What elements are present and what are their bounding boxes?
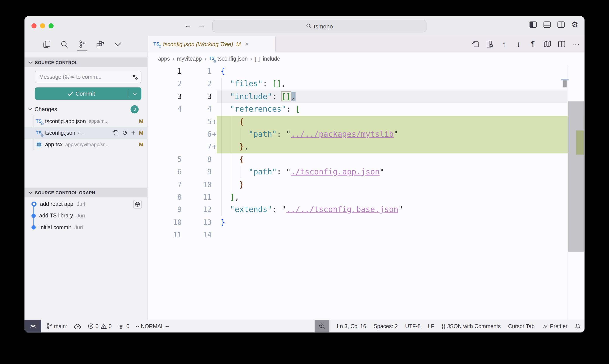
file-actions: ↺+: [113, 129, 136, 137]
cursor-position-item[interactable]: Ln 3, Col 16: [337, 323, 366, 329]
source-control-graph-header-label: SOURCE CONTROL GRAPH: [35, 190, 95, 195]
branch-status-item[interactable]: main*: [46, 323, 68, 329]
language-mode-item[interactable]: {} JSON with Comments: [442, 323, 501, 329]
publish-status-item[interactable]: [74, 323, 82, 329]
screencast-zoom-indicator[interactable]: [315, 320, 329, 333]
code-line[interactable]: 33 "include": [],: [148, 90, 584, 103]
zoom-window-button[interactable]: [49, 23, 54, 28]
gear-icon[interactable]: ⚙: [570, 20, 579, 29]
new-line-number: 14: [182, 228, 212, 241]
new-line-number: 2: [182, 78, 212, 90]
branch-name: main*: [54, 323, 68, 329]
zoom-in-icon: [319, 323, 325, 329]
tab-modified-badge: M: [236, 41, 241, 47]
code-line[interactable]: 710 }: [148, 178, 584, 191]
code-area[interactable]: 11{22 "files": [],33 "include": [],44 "r…: [148, 65, 584, 320]
commit-message-input[interactable]: Message (⌘⏎ to comm...: [35, 71, 141, 83]
indentation-item[interactable]: Spaces: 2: [374, 323, 398, 329]
toolbar-row: TS⚙ tsconfig.json (Working Tree) M × ↑ ↓…: [25, 36, 584, 52]
inline-view-icon[interactable]: [486, 40, 494, 48]
code-line[interactable]: 1013}: [148, 216, 584, 229]
code-line[interactable]: 58 {: [148, 153, 584, 166]
code-line[interactable]: 69 "path": "./tsconfig.app.json": [148, 166, 584, 178]
added-line-plus: +: [212, 115, 216, 128]
breadcrumb-item[interactable]: include: [263, 56, 280, 62]
tab-tsconfig-working-tree[interactable]: TS⚙ tsconfig.json (Working Tree) M ×: [148, 36, 276, 52]
split-editor-icon[interactable]: [558, 41, 566, 47]
next-change-icon[interactable]: ↓: [515, 40, 523, 48]
vscode-window: ← → tsmono ⚙: [25, 16, 584, 333]
vertical-scrollbar[interactable]: [568, 101, 584, 252]
changes-label: Changes: [35, 106, 57, 112]
commit-row[interactable]: add TS libraryJuri: [25, 210, 147, 221]
new-line-number: 4: [182, 103, 212, 115]
toggle-secondary-sidebar-icon[interactable]: [557, 20, 565, 29]
open-file-icon[interactable]: [113, 130, 119, 136]
code-line[interactable]: 22 "files": [],: [148, 78, 584, 90]
breadcrumb-item[interactable]: myviteapp: [177, 56, 202, 62]
code-line[interactable]: 1114: [148, 228, 584, 241]
ports-status-item[interactable]: 0: [118, 323, 130, 329]
back-icon[interactable]: ←: [183, 21, 193, 29]
source-control-header[interactable]: SOURCE CONTROL: [25, 58, 147, 67]
source-control-view-icon[interactable]: [78, 36, 86, 52]
previous-change-icon[interactable]: ↑: [500, 40, 508, 48]
source-control-header-label: SOURCE CONTROL: [35, 60, 78, 65]
eol-item[interactable]: LF: [428, 323, 434, 329]
error-icon: [88, 323, 94, 329]
more-views-chevron-icon[interactable]: [114, 36, 121, 52]
toggle-panel-icon[interactable]: [543, 20, 551, 29]
overview-added-marker: [576, 130, 584, 155]
vim-mode-indicator[interactable]: -- NORMAL --: [136, 323, 169, 329]
problems-status-item[interactable]: 0 0: [88, 323, 112, 329]
code-line[interactable]: 44 "references": [: [148, 103, 584, 115]
remote-indicator[interactable]: ><: [25, 320, 41, 333]
tab-close-icon[interactable]: ×: [245, 40, 248, 48]
commit-node-icon: [31, 213, 36, 218]
activity-bar: [25, 36, 148, 52]
commit-dropdown-chevron-icon[interactable]: [128, 92, 141, 95]
notifications-item[interactable]: [575, 323, 581, 329]
source-control-graph-header[interactable]: SOURCE CONTROL GRAPH: [25, 188, 147, 197]
code-line[interactable]: 7+ },: [148, 141, 584, 153]
discard-changes-icon[interactable]: ↺: [122, 129, 128, 137]
commit-button[interactable]: Commit: [35, 87, 141, 100]
goto-current-history-item-button[interactable]: [133, 200, 142, 208]
code-line[interactable]: 6+ "path": "../../packages/mytslib": [148, 128, 584, 141]
sparkle-icon[interactable]: [132, 74, 138, 80]
commit-row[interactable]: Initial commitJuri: [25, 221, 147, 233]
code-line[interactable]: 811 ],: [148, 191, 584, 203]
encoding-item[interactable]: UTF-8: [405, 323, 420, 329]
whitespace-icon[interactable]: ¶: [529, 40, 537, 48]
breadcrumb-item[interactable]: apps: [158, 56, 170, 62]
screen: ← → tsmono ⚙: [0, 0, 609, 364]
search-view-icon[interactable]: [61, 36, 68, 52]
commit-row[interactable]: add react appJuri: [25, 198, 147, 210]
changed-file-row[interactable]: TS⚙tsconfig.jsona...↺+M: [25, 127, 147, 139]
extensions-view-icon[interactable]: [96, 36, 104, 52]
explorer-icon[interactable]: [43, 36, 51, 52]
code-line[interactable]: 11{: [148, 65, 584, 78]
code-line[interactable]: 912 "extends": "../../tsconfig.base.json…: [148, 203, 584, 216]
minimize-window-button[interactable]: [40, 23, 45, 28]
open-changes-icon[interactable]: [471, 40, 479, 48]
breadcrumbs: apps›myviteapp›TS⚙tsconfig.json›[ ]inclu…: [148, 52, 584, 65]
more-actions-icon[interactable]: ···: [572, 40, 580, 48]
stage-changes-icon[interactable]: +: [131, 129, 135, 137]
command-center-search[interactable]: tsmono: [212, 20, 426, 32]
new-line-number: 1: [182, 65, 212, 78]
code-line[interactable]: 5+ {: [148, 115, 584, 128]
changed-file-row[interactable]: app.tsxapps/myviteapp/sr...M: [25, 139, 147, 150]
modified-badge: M: [139, 118, 143, 124]
forward-icon[interactable]: →: [196, 21, 207, 29]
close-window-button[interactable]: [31, 23, 37, 28]
toggle-primary-sidebar-icon[interactable]: [529, 20, 537, 29]
breadcrumb-item[interactable]: tsconfig.json: [218, 56, 248, 62]
formatter-item[interactable]: ✓✓ Prettier: [542, 323, 568, 329]
editor-actions: ↑ ↓ ¶ ···: [471, 36, 580, 52]
map-icon[interactable]: [543, 41, 551, 47]
changed-file-row[interactable]: TS⚙tsconfig.app.jsonapps/m...M: [25, 115, 147, 127]
changes-section-header[interactable]: Changes 3: [25, 104, 147, 115]
scrollbar-border: [567, 65, 568, 320]
tab-completion-item[interactable]: Cursor Tab: [508, 323, 535, 329]
